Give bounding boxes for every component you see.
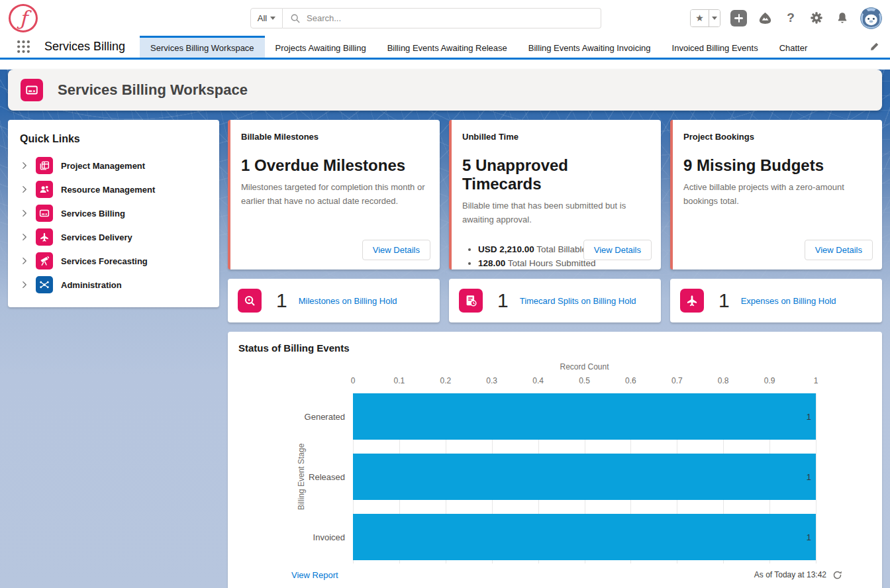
quick-links-title: Quick Links bbox=[20, 133, 207, 145]
view-report-link[interactable]: View Report bbox=[291, 570, 338, 580]
card-description: Milestones targeted for completion this … bbox=[241, 181, 429, 209]
card-headline: 5 Unapproved Timecards bbox=[462, 156, 650, 193]
x-axis-title: Record Count bbox=[353, 362, 816, 371]
search-icon bbox=[291, 14, 300, 23]
view-details-button[interactable]: View Details bbox=[805, 240, 873, 260]
quick-link-project-management[interactable]: Project Management bbox=[20, 154, 207, 177]
bar-value-label: 1 bbox=[807, 412, 811, 422]
bar-released[interactable]: 1 bbox=[353, 454, 816, 500]
unbilled-time-card: Unbilled Time 5 Unapproved Timecards Bil… bbox=[449, 120, 661, 270]
billing-hold-cards-row: 1 Milestones on Billing Hold 1 Timecard … bbox=[228, 279, 882, 322]
tab-billing-events-awaiting-release[interactable]: Billing Events Awaiting Release bbox=[377, 36, 518, 58]
chevron-right-icon[interactable] bbox=[20, 280, 36, 289]
card-headline: 1 Overdue Milestones bbox=[241, 156, 429, 175]
global-actions-plus-icon[interactable] bbox=[730, 10, 747, 26]
project-bookings-card: Project Bookings 9 Missing Budgets Activ… bbox=[670, 120, 882, 270]
search-field-wrap bbox=[283, 8, 601, 28]
report-footer: View Report As of Today at 13:42 bbox=[228, 562, 882, 588]
card-title: Project Bookings bbox=[683, 132, 871, 142]
category-label: Generated bbox=[305, 412, 345, 422]
services-delivery-icon bbox=[36, 228, 53, 246]
favorites-caret-icon[interactable] bbox=[709, 10, 720, 26]
bar-row-generated: Generated 1 bbox=[353, 393, 816, 440]
card-title: Billable Milestones bbox=[241, 132, 429, 142]
page-header-banner: Services Billing Workspace bbox=[8, 70, 882, 111]
header-actions: ★ ? bbox=[690, 7, 882, 29]
search-scope-label: All bbox=[258, 13, 267, 23]
view-details-button[interactable]: View Details bbox=[583, 240, 652, 260]
report-as-of: As of Today at 13:42 bbox=[754, 570, 842, 580]
expense-hold-icon bbox=[680, 289, 704, 313]
quick-link-services-forecasting[interactable]: Services Forecasting bbox=[20, 249, 207, 273]
timecard-splits-on-hold-link[interactable]: Timecard Splits on Billing Hold bbox=[520, 296, 636, 306]
user-avatar[interactable] bbox=[860, 7, 882, 29]
notifications-bell-icon[interactable] bbox=[834, 10, 850, 26]
chevron-right-icon[interactable] bbox=[20, 161, 36, 170]
services-forecasting-icon bbox=[36, 252, 53, 270]
quick-link-services-delivery[interactable]: Services Delivery bbox=[20, 225, 207, 249]
card-description: Billable time that has been submitted bu… bbox=[462, 199, 650, 227]
app-name: Services Billing bbox=[44, 36, 125, 58]
quick-link-services-billing[interactable]: Services Billing bbox=[20, 201, 207, 225]
tab-services-billing-workspace[interactable]: Services Billing Workspace bbox=[140, 36, 265, 58]
hold-count: 1 bbox=[497, 289, 509, 312]
milestones-on-hold-link[interactable]: Milestones on Billing Hold bbox=[299, 296, 397, 306]
page-content: Services Billing Workspace Quick Links P… bbox=[0, 70, 890, 588]
global-search: All bbox=[250, 8, 601, 28]
company-logo: ƒ bbox=[9, 4, 38, 32]
page-title: Services Billing Workspace bbox=[58, 81, 248, 99]
tab-projects-awaiting-billing[interactable]: Projects Awaiting Billing bbox=[265, 36, 377, 58]
bar-invoiced[interactable]: 1 bbox=[353, 514, 816, 560]
tab-billing-events-awaiting-invoicing[interactable]: Billing Events Awaiting Invoicing bbox=[518, 36, 662, 58]
summary-cards-row: Billable Milestones 1 Overdue Milestones… bbox=[228, 120, 882, 270]
card-description: Active billable projects with a zero-amo… bbox=[683, 181, 871, 209]
chevron-right-icon[interactable] bbox=[20, 232, 36, 242]
nav-tabs: Services Billing Workspace Projects Awai… bbox=[140, 36, 818, 58]
chevron-right-icon[interactable] bbox=[20, 256, 36, 266]
status-of-billing-events-report: Status of Billing Events Record Count 0 … bbox=[228, 332, 882, 588]
global-header: ƒ All ★ ? bbox=[0, 0, 890, 36]
report-title: Status of Billing Events bbox=[238, 342, 350, 354]
timecard-splits-on-hold-card: 1 Timecard Splits on Billing Hold bbox=[449, 279, 661, 322]
favorites-button-group: ★ bbox=[690, 9, 720, 27]
milestones-on-hold-card: 1 Milestones on Billing Hold bbox=[228, 279, 440, 322]
edit-nav-pencil-icon[interactable] bbox=[869, 36, 879, 58]
tab-invoiced-billing-events[interactable]: Invoiced Billing Events bbox=[662, 36, 769, 58]
refresh-icon[interactable] bbox=[832, 570, 842, 580]
chevron-right-icon[interactable] bbox=[20, 209, 36, 218]
hold-count: 1 bbox=[276, 289, 287, 312]
bar-value-label: 1 bbox=[807, 532, 811, 542]
view-details-button[interactable]: View Details bbox=[362, 240, 430, 260]
category-label: Invoiced bbox=[313, 532, 345, 542]
chevron-down-icon bbox=[270, 17, 275, 20]
app-launcher-icon[interactable] bbox=[17, 36, 31, 58]
app-navigation-bar: Services Billing Services Billing Worksp… bbox=[0, 36, 890, 60]
quick-link-administration[interactable]: Administration bbox=[20, 273, 207, 297]
chevron-right-icon[interactable] bbox=[20, 185, 36, 194]
card-title: Unbilled Time bbox=[462, 132, 650, 142]
setup-gear-icon[interactable] bbox=[809, 10, 824, 26]
tab-chatter[interactable]: Chatter bbox=[769, 36, 818, 58]
bar-value-label: 1 bbox=[807, 472, 811, 482]
gridline bbox=[816, 393, 816, 564]
trailhead-icon[interactable] bbox=[757, 10, 773, 26]
milestone-hold-icon bbox=[238, 289, 262, 313]
bar-generated[interactable]: 1 bbox=[353, 393, 816, 440]
search-input[interactable] bbox=[307, 13, 593, 23]
quick-link-resource-management[interactable]: Resource Management bbox=[20, 177, 207, 201]
resource-management-icon bbox=[36, 181, 53, 198]
bar-row-invoiced: Invoiced 1 bbox=[353, 514, 816, 560]
quick-links-panel: Quick Links Project Management Resource … bbox=[8, 120, 219, 307]
favorites-star-icon[interactable]: ★ bbox=[691, 10, 709, 26]
billing-card-icon bbox=[21, 79, 43, 101]
card-headline: 9 Missing Budgets bbox=[683, 156, 871, 175]
help-icon[interactable]: ? bbox=[783, 10, 799, 26]
y-axis-title: Billing Event Stage bbox=[297, 444, 306, 511]
timecard-hold-icon bbox=[459, 289, 483, 313]
search-scope-dropdown[interactable]: All bbox=[250, 8, 283, 28]
services-billing-icon bbox=[36, 205, 53, 222]
bar-chart-plot-area: Generated 1 Released 1 Invoi bbox=[353, 393, 816, 560]
expenses-on-hold-link[interactable]: Expenses on Billing Hold bbox=[741, 296, 836, 306]
hold-count: 1 bbox=[718, 289, 730, 312]
administration-icon bbox=[36, 276, 53, 293]
